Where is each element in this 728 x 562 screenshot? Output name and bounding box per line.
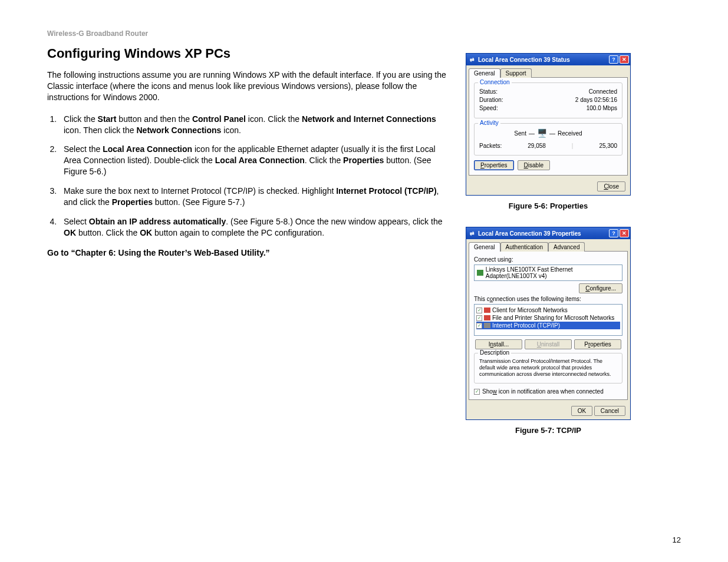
item-properties-button[interactable]: Properties [574, 339, 621, 349]
page-number: 12 [673, 535, 681, 544]
configure-button[interactable]: Configure... [579, 283, 622, 293]
tab-general[interactable]: General [469, 242, 500, 252]
activity-group: Activity Sent — 🖥️ — Received Pa [474, 123, 622, 156]
tab-general[interactable]: General [469, 68, 500, 78]
doc-header: Wireless-G Broadband Router [47, 29, 448, 38]
adapter-name: Linksys LNE100TX Fast Ethernet Adapter(L… [486, 266, 620, 279]
step-2: Select the Local Area Connection icon fo… [59, 144, 448, 177]
status-value: Connected [589, 88, 617, 95]
description-group: Description Transmission Control Protoco… [474, 353, 622, 384]
list-item-selected[interactable]: ✓Internet Protocol (TCP/IP) [476, 322, 620, 329]
connection-group: Connection Status:Connected Duration:2 d… [474, 82, 622, 118]
properties-button[interactable]: PPropertiesroperties [474, 160, 514, 170]
status-dialog: ⇄ Local Area Connection 39 Status ? ✕ Ge… [466, 53, 631, 196]
packets-received: 25,300 [599, 143, 617, 149]
tab-authentication[interactable]: Authentication [500, 242, 548, 252]
install-button[interactable]: Install... [475, 339, 522, 349]
status-label: Status: [479, 88, 498, 95]
adapter-field: Linksys LNE100TX Fast Ethernet Adapter(L… [474, 265, 622, 281]
help-button[interactable]: ? [609, 229, 618, 237]
connection-icon: ⇄ [469, 230, 476, 237]
checkbox-icon[interactable]: ✓ [476, 315, 482, 321]
components-list[interactable]: ✓Client for Microsoft Networks ✓File and… [474, 304, 622, 336]
show-icon-checkbox[interactable]: ✓ [474, 389, 480, 395]
section-title: Configuring Windows XP PCs [47, 46, 448, 61]
client-icon [484, 308, 490, 313]
description-legend: Description [478, 349, 511, 356]
connection-legend: Connection [478, 79, 512, 85]
cancel-button[interactable]: Cancel [594, 406, 625, 416]
disable-button[interactable]: Disable [518, 160, 550, 170]
uninstall-button[interactable]: Uninstall [525, 339, 572, 349]
activity-legend: Activity [478, 120, 500, 126]
figure-5-7-caption: Figure 5-7: TCP/IP [466, 426, 631, 435]
protocol-icon [484, 323, 490, 328]
close-button[interactable]: ✕ [620, 229, 629, 237]
figure-5-6-caption: Figure 5-6: Properties [466, 201, 631, 210]
description-text: Transmission Control Protocol/Internet P… [479, 357, 617, 378]
checkbox-icon[interactable]: ✓ [476, 308, 482, 313]
intro-paragraph: The following instructions assume you ar… [47, 70, 448, 103]
step-3: Make sure the box next to Internet Proto… [59, 186, 448, 208]
checkbox-icon[interactable]: ✓ [476, 323, 482, 329]
duration-label: Duration: [479, 97, 503, 103]
steps-list: Click the Start button and then the Cont… [47, 114, 448, 239]
goto-chapter: Go to “Chapter 6: Using the Router’s Web… [47, 248, 448, 257]
service-icon [484, 315, 490, 320]
properties-dialog: ⇄ Local Area Connection 39 Properties ? … [466, 227, 631, 420]
speed-label: Speed: [479, 105, 498, 111]
ok-button[interactable]: OK [571, 406, 592, 416]
list-item[interactable]: ✓File and Printer Sharing for Microsoft … [476, 314, 620, 322]
sent-label: Sent [514, 130, 526, 137]
close-dialog-button[interactable]: Close [597, 181, 625, 191]
close-button[interactable]: ✕ [620, 55, 629, 64]
step-4: Select Obtain an IP address automaticall… [59, 216, 448, 239]
step-1: Click the Start button and then the Cont… [59, 114, 448, 136]
help-button[interactable]: ? [609, 55, 618, 64]
received-label: Received [558, 130, 582, 137]
speed-value: 100.0 Mbps [587, 105, 617, 111]
activity-icon: 🖥️ [537, 128, 547, 138]
nic-icon [477, 270, 483, 276]
list-item[interactable]: ✓Client for Microsoft Networks [476, 306, 620, 314]
tab-support[interactable]: Support [500, 68, 532, 78]
properties-titlebar[interactable]: ⇄ Local Area Connection 39 Properties ? … [466, 227, 630, 239]
status-title: Local Area Connection 39 Status [478, 57, 609, 63]
packets-sent: 29,058 [528, 143, 546, 149]
items-label: This connection uses the following items… [474, 296, 622, 302]
status-titlebar[interactable]: ⇄ Local Area Connection 39 Status ? ✕ [466, 54, 630, 65]
duration-value: 2 days 02:56:16 [575, 97, 617, 103]
connect-using-label: Connect using: [474, 256, 622, 263]
connection-icon: ⇄ [469, 56, 476, 63]
properties-title: Local Area Connection 39 Properties [478, 230, 609, 237]
show-icon-label: Show icon in notification area when conn… [482, 388, 604, 395]
tab-advanced[interactable]: Advanced [548, 242, 585, 252]
packets-label: Packets: [479, 143, 502, 149]
